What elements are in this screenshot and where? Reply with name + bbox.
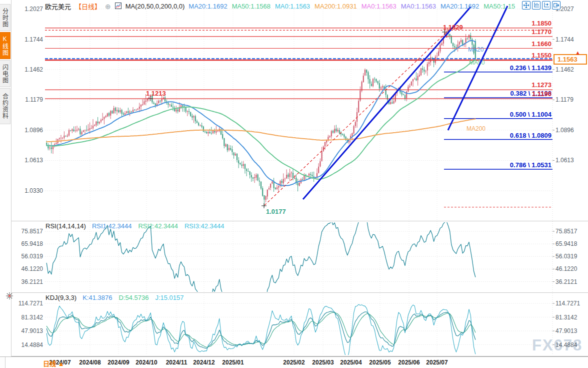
popout-icon[interactable]: [552, 1, 560, 10]
kdj-readout: J:15.0157: [155, 294, 184, 301]
svg-text:2025/04: 2025/04: [340, 359, 362, 366]
svg-text:2025/06: 2025/06: [398, 359, 420, 366]
svg-text:1.1770: 1.1770: [532, 28, 552, 36]
svg-text:2025/05: 2025/05: [369, 359, 391, 366]
svg-text:65.9418: 65.9418: [556, 240, 578, 247]
svg-text:1.1179: 1.1179: [556, 96, 574, 103]
symbol-title: 欧元美元: [45, 2, 71, 11]
rsi-readout: RSI2:42.3444: [138, 222, 178, 230]
indicator-name: MA(20,50,0,200,0,0): [126, 3, 185, 10]
period-label[interactable]: 【日线】: [75, 2, 101, 11]
kdj-readout: D:54.5736: [118, 294, 148, 301]
svg-text:1.1213: 1.1213: [146, 90, 166, 97]
ma-readout: MA50:1.15: [484, 3, 515, 10]
svg-text:65.9418: 65.9418: [22, 240, 44, 247]
rsi-indicator-name: RSI(14,14,14): [46, 222, 86, 230]
ma-readout: MA20:1.1692: [188, 3, 227, 10]
axis-scale-icon[interactable]: [532, 1, 540, 10]
sidebar: 分时图K线图闪电图合约资料: [0, 0, 12, 356]
svg-text:46.1220: 46.1220: [556, 265, 578, 272]
svg-text:1.1550: 1.1550: [532, 52, 552, 59]
svg-text:MA20: MA20: [468, 46, 484, 53]
svg-text:1.1660: 1.1660: [532, 40, 552, 48]
ma-readout: MA200:1.0931: [314, 3, 357, 10]
fibonacci-layer: 0.236 \ 1.14390.382 \ 1.11980.500 \ 1.10…: [45, 30, 552, 207]
svg-text:0.500 \ 1.1004: 0.500 \ 1.1004: [510, 111, 552, 118]
svg-text:14.4884: 14.4884: [22, 341, 44, 348]
ma-readout: MA50:1.1568: [232, 3, 270, 10]
svg-text:1.1829: 1.1829: [443, 24, 463, 31]
indicator-icon[interactable]: [115, 3, 122, 11]
svg-text:1.2027: 1.2027: [24, 6, 43, 13]
sidebar-item-4[interactable]: 合约资料: [0, 88, 10, 124]
svg-text:2024/11: 2024/11: [166, 359, 188, 366]
chart-app: FX678 0.236 \ 1.14390.382 \ 1.11980.500 …: [0, 0, 588, 368]
svg-text:2024/08: 2024/08: [79, 359, 101, 366]
svg-text:114.7271: 114.7271: [18, 300, 43, 307]
svg-text:1.0613: 1.0613: [556, 157, 574, 164]
sidebar-item-1[interactable]: 分时图: [0, 4, 10, 31]
crosshair-icon[interactable]: [522, 1, 530, 10]
svg-text:0.236 \ 1.1439: 0.236 \ 1.1439: [510, 64, 552, 72]
kdj-header: KDJ(9,3,3) K:41.3876D:54.5736J:15.0157: [46, 294, 190, 301]
svg-text:2025/01: 2025/01: [222, 359, 244, 366]
svg-text:2025/07: 2025/07: [426, 359, 448, 366]
sidebar-item-2[interactable]: K线图: [0, 32, 10, 59]
svg-text:114.7271: 114.7271: [556, 300, 580, 307]
svg-text:75.8517: 75.8517: [556, 228, 578, 235]
svg-text:0.786 \ 1.0531: 0.786 \ 1.0531: [510, 161, 552, 169]
ma-readout: MA0:1.1563: [275, 3, 310, 10]
svg-text:1.1190: 1.1190: [532, 90, 552, 98]
svg-text:47.9013: 47.9013: [22, 327, 44, 334]
svg-text:2024/12: 2024/12: [193, 359, 215, 366]
svg-text:1.1850: 1.1850: [532, 20, 552, 27]
kdj-readouts: K:41.3876D:54.5736J:15.0157: [82, 294, 190, 301]
kdj-readout: K:41.3876: [82, 294, 112, 301]
period-selector-label: 日线: [43, 360, 56, 367]
ma-readout: MA0:1.1563: [401, 3, 436, 10]
svg-text:2025/02: 2025/02: [283, 359, 305, 366]
kdj-layer: [46, 304, 476, 358]
svg-text:1.0896: 1.0896: [24, 127, 43, 134]
svg-text:1.1179: 1.1179: [25, 96, 43, 103]
svg-text:81.3142: 81.3142: [22, 314, 44, 321]
candles-layer: [46, 30, 476, 207]
axis-pan-icon[interactable]: [542, 1, 550, 10]
svg-text:1.1744: 1.1744: [24, 36, 43, 43]
svg-text:1.1462: 1.1462: [556, 66, 574, 73]
svg-text:1.0330: 1.0330: [24, 187, 43, 194]
svg-text:1.0613: 1.0613: [24, 157, 43, 164]
svg-text:36.2121: 36.2121: [22, 278, 44, 285]
svg-text:56.0319: 56.0319: [22, 253, 44, 260]
current-price-tag: 1.1563: [554, 54, 587, 65]
rsi-header: RSI(14,14,14) RSI1:42.3444RSI2:42.3444RS…: [46, 222, 230, 230]
sidebar-item-3[interactable]: 闪电图: [0, 60, 10, 87]
svg-text:MA200: MA200: [466, 125, 486, 132]
svg-text:47.9013: 47.9013: [556, 327, 578, 334]
svg-text:75.8517: 75.8517: [22, 228, 44, 235]
svg-text:46.1220: 46.1220: [22, 265, 44, 272]
chart-toolbar: [522, 1, 560, 10]
indicator-settings-icon[interactable]: [6, 292, 14, 301]
rsi-readout: RSI1:42.3444: [92, 222, 132, 230]
kdj-indicator-name: KDJ(9,3,3): [46, 294, 76, 301]
ma-readout: MA20:1.1692: [440, 3, 479, 10]
svg-text:1.0177: 1.0177: [266, 208, 286, 215]
ma-readouts: MA20:1.1692MA50:1.1568MA0:1.1563MA200:1.…: [188, 3, 520, 10]
period-selector[interactable]: 日线 ▲: [43, 358, 64, 368]
svg-text:14.4884: 14.4884: [556, 341, 578, 348]
svg-text:2024/10: 2024/10: [136, 359, 158, 366]
price-up-arrow: ▲: [575, 50, 580, 56]
svg-text:56.0319: 56.0319: [556, 253, 578, 260]
chart-canvas[interactable]: 0.236 \ 1.14390.382 \ 1.11980.500 \ 1.10…: [0, 0, 588, 368]
svg-text:MA50: MA50: [469, 59, 485, 66]
svg-text:1.1462: 1.1462: [24, 66, 43, 73]
annotations-layer: 1.18291.12131.0177: [146, 24, 463, 215]
svg-text:2025/03: 2025/03: [312, 359, 334, 366]
chart-header: 欧元美元 【日线】 ⊕ MA(20,50,0,200,0,0) MA20:1.1…: [45, 2, 520, 11]
rsi-readouts: RSI1:42.3444RSI2:42.3444RSI3:42.3444: [92, 222, 231, 230]
link-icon[interactable]: ⊕: [105, 3, 111, 11]
svg-text:36.2121: 36.2121: [556, 278, 578, 285]
svg-text:0.618 \ 1.0809: 0.618 \ 1.0809: [510, 132, 552, 139]
svg-text:1.1744: 1.1744: [556, 36, 574, 43]
